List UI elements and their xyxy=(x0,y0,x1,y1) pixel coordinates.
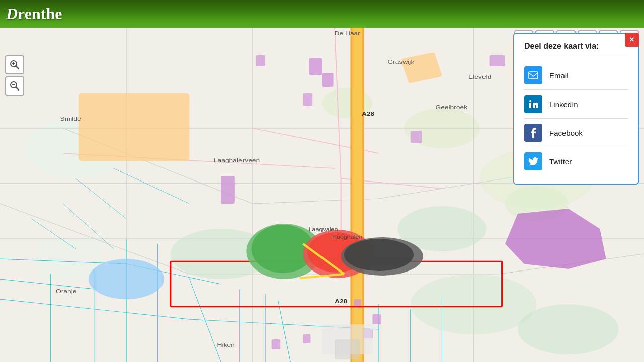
svg-text:Hooghalen: Hooghalen xyxy=(332,234,363,240)
svg-rect-45 xyxy=(309,58,322,75)
share-email-item[interactable]: Email xyxy=(524,61,628,90)
linkedin-icon xyxy=(524,95,542,113)
facebook-label: Facebook xyxy=(549,129,583,137)
svg-line-114 xyxy=(16,87,19,90)
zoom-controls xyxy=(5,55,24,96)
svg-point-73 xyxy=(344,239,414,271)
svg-rect-77 xyxy=(335,339,360,359)
svg-rect-56 xyxy=(303,334,310,343)
svg-text:Eleveld: Eleveld xyxy=(468,74,491,80)
share-panel: × Deel deze kaart via: Email LinkedIn Fa… xyxy=(513,33,639,185)
svg-rect-116 xyxy=(529,72,538,79)
svg-point-65 xyxy=(411,274,537,334)
svg-rect-66 xyxy=(400,52,442,84)
svg-rect-43 xyxy=(352,28,362,362)
twitter-label: Twitter xyxy=(549,157,572,166)
header: Drenthe xyxy=(0,0,644,28)
svg-line-29 xyxy=(278,299,290,362)
zoom-in-button[interactable] xyxy=(5,55,24,74)
svg-line-110 xyxy=(16,66,19,69)
share-facebook-item[interactable]: Facebook xyxy=(524,119,628,147)
svg-text:Laaghalerveen: Laaghalerveen xyxy=(214,157,260,163)
svg-text:Graswijk: Graswijk xyxy=(387,59,415,65)
svg-text:Hiken: Hiken xyxy=(217,342,235,348)
svg-rect-52 xyxy=(372,314,381,324)
svg-text:Smilde: Smilde xyxy=(60,116,81,122)
svg-text:De Haar: De Haar xyxy=(335,30,360,36)
svg-rect-46 xyxy=(322,73,334,87)
share-linkedin-item[interactable]: LinkedIn xyxy=(524,90,628,119)
share-twitter-item[interactable]: Twitter xyxy=(524,147,628,175)
facebook-icon xyxy=(524,124,542,142)
svg-rect-48 xyxy=(221,176,235,204)
zoom-out-button[interactable] xyxy=(5,76,24,96)
svg-line-19 xyxy=(0,279,95,289)
linkedin-label: LinkedIn xyxy=(549,100,578,109)
svg-rect-55 xyxy=(272,339,281,349)
svg-point-60 xyxy=(89,259,165,299)
svg-text:Geelbroek: Geelbroek xyxy=(435,104,467,110)
svg-text:A28: A28 xyxy=(362,111,374,117)
svg-text:Laagvalen: Laagvalen xyxy=(309,227,338,232)
svg-rect-47 xyxy=(303,93,312,106)
svg-point-118 xyxy=(529,100,531,102)
svg-marker-57 xyxy=(505,209,606,269)
email-label: Email xyxy=(549,71,569,80)
share-panel-title: Deel deze kaart via: xyxy=(524,42,628,55)
email-icon xyxy=(524,66,542,84)
svg-line-35 xyxy=(76,178,126,219)
svg-text:A28: A28 xyxy=(335,298,347,304)
svg-rect-44 xyxy=(79,93,190,161)
svg-rect-117 xyxy=(529,103,531,108)
svg-text:Oranje: Oranje xyxy=(56,288,76,294)
svg-rect-49 xyxy=(256,55,265,66)
site-title: Drenthe xyxy=(6,5,62,23)
svg-rect-51 xyxy=(490,55,505,66)
close-share-button[interactable]: × xyxy=(625,33,639,47)
twitter-icon xyxy=(524,152,542,170)
svg-rect-50 xyxy=(411,131,422,143)
